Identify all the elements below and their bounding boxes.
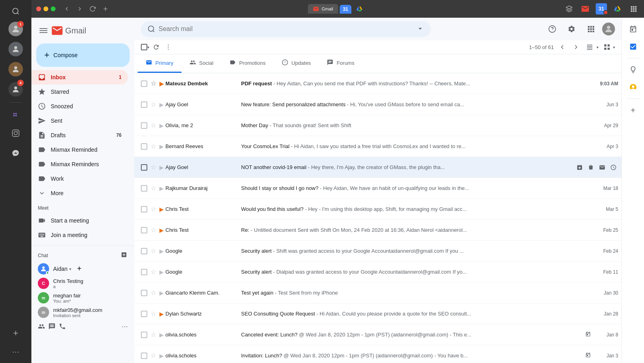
chat-people-button[interactable] xyxy=(38,323,45,331)
dock-more-dots[interactable]: ⋯ xyxy=(8,344,24,360)
list-view-button[interactable] xyxy=(584,42,595,52)
drive-icon-titlebar[interactable] xyxy=(612,3,623,14)
email-checkbox[interactable] xyxy=(141,290,147,296)
search-input[interactable] xyxy=(159,25,413,33)
drive-tab[interactable] xyxy=(353,4,366,14)
email-row[interactable]: ☆ ▶ Rajkumar Durairaj Should I stay or s… xyxy=(134,178,621,199)
email-row[interactable]: ☆ ▶ Ajay Goel New feature: Send personal… xyxy=(134,94,621,115)
email-row[interactable]: ☆ ▶ Chris Test Would you find this usefu… xyxy=(134,199,621,220)
star-icon[interactable]: ☆ xyxy=(151,289,156,297)
email-checkbox[interactable] xyxy=(141,311,147,317)
dock-avatar-3[interactable] xyxy=(8,62,23,76)
help-button[interactable] xyxy=(544,21,560,37)
view-dropdown-icon[interactable]: ▾ xyxy=(597,45,599,50)
layers-icon[interactable] xyxy=(564,3,575,14)
select-all-checkbox[interactable] xyxy=(141,44,147,50)
mark-unread-button[interactable] xyxy=(597,163,607,172)
email-checkbox[interactable] xyxy=(141,101,147,108)
star-icon[interactable]: ☆ xyxy=(151,80,156,87)
tab-social[interactable]: Social xyxy=(182,54,221,73)
nav-starred[interactable]: Starred xyxy=(31,85,128,99)
star-icon[interactable]: ☆ xyxy=(151,163,156,171)
gmail-icon-titlebar[interactable] xyxy=(580,3,591,14)
search-icon[interactable] xyxy=(147,25,155,33)
tab-forums[interactable]: Forums xyxy=(319,54,362,73)
star-icon[interactable]: ☆ xyxy=(151,184,156,192)
reload-button[interactable] xyxy=(88,4,97,14)
email-row[interactable]: ☆ ▶ Chris Test Re: - Untitled document S… xyxy=(134,220,621,241)
right-icon-tasks[interactable] xyxy=(625,39,641,55)
chat-phone-button[interactable] xyxy=(59,323,66,331)
back-button[interactable] xyxy=(62,4,72,14)
forward-button[interactable] xyxy=(75,4,85,14)
search-dropdown-icon[interactable] xyxy=(416,25,424,34)
density-view-button[interactable] xyxy=(602,42,612,52)
email-row[interactable]: ☆ ▶ Giancarlo Klemm Cam. Test yet again … xyxy=(134,283,621,303)
right-icon-keep[interactable] xyxy=(625,62,641,78)
star-icon[interactable]: ☆ xyxy=(151,331,156,338)
star-icon[interactable]: ☆ xyxy=(151,205,156,213)
tab-promotions[interactable]: Promotions xyxy=(221,54,274,73)
nav-sent[interactable]: Sent xyxy=(31,113,128,128)
nav-mixmax-reminders[interactable]: Mixmax Reminders xyxy=(31,157,128,171)
email-checkbox[interactable] xyxy=(141,206,147,212)
join-meeting-item[interactable]: Join a meeting xyxy=(31,228,128,242)
start-meeting-item[interactable]: Start a meeting xyxy=(31,213,128,228)
dock-slack[interactable] xyxy=(8,107,24,123)
hamburger-menu-button[interactable] xyxy=(38,25,49,36)
user-avatar[interactable] xyxy=(602,23,615,35)
page-prev-button[interactable] xyxy=(557,42,568,52)
add-right-panel-button[interactable]: + xyxy=(625,102,641,118)
new-chat-button[interactable] xyxy=(75,264,83,274)
star-icon[interactable]: ☆ xyxy=(151,142,156,150)
nav-snoozed[interactable]: Snoozed xyxy=(31,99,128,113)
add-chat-button[interactable] xyxy=(120,251,128,260)
email-checkbox[interactable] xyxy=(141,248,147,254)
email-row[interactable]: ☆ ▶ olivia.scholes Invitation: Lunch? @ … xyxy=(134,345,621,363)
chat-user-chris[interactable]: C Chris Testing a xyxy=(31,276,134,291)
dock-instagram[interactable] xyxy=(8,125,24,141)
email-checkbox[interactable] xyxy=(141,227,147,233)
nav-more[interactable]: More xyxy=(31,186,128,200)
snooze-button[interactable] xyxy=(609,163,618,172)
settings-button[interactable] xyxy=(564,21,580,37)
chat-bubble-button[interactable] xyxy=(48,323,56,331)
email-row[interactable]: ☆ ▶ Ajay Goel NOT another covid-19 email… xyxy=(134,157,621,178)
star-icon[interactable]: ☆ xyxy=(151,122,156,129)
minimize-button[interactable] xyxy=(43,6,48,11)
email-row[interactable]: ☆ ▶ Google Security alert - Dialpad was … xyxy=(134,262,621,283)
archive-button[interactable] xyxy=(575,163,584,172)
nav-drafts[interactable]: Drafts 76 xyxy=(31,128,128,142)
email-checkbox[interactable] xyxy=(141,269,147,275)
right-icon-contacts[interactable] xyxy=(625,79,641,95)
nav-work[interactable]: Work xyxy=(31,171,128,186)
star-icon[interactable]: ☆ xyxy=(151,247,156,255)
gmail-tab[interactable]: Gmail xyxy=(308,4,338,14)
close-button[interactable] xyxy=(36,6,41,11)
email-row[interactable]: ☆ ▶ Google Security alert - Shift was gr… xyxy=(134,241,621,262)
density-dropdown-icon[interactable]: ▾ xyxy=(613,45,615,50)
email-row[interactable]: ☆ ▶ Dylan Schwartz SEO Consulting Quote … xyxy=(134,303,621,324)
email-checkbox[interactable] xyxy=(141,143,147,150)
dock-search[interactable] xyxy=(8,3,24,19)
dock-avatar-2[interactable] xyxy=(8,42,23,56)
nav-inbox[interactable]: Inbox 1 xyxy=(31,70,128,85)
page-next-button[interactable] xyxy=(571,42,581,52)
star-icon[interactable]: ☆ xyxy=(151,268,156,276)
delete-button[interactable] xyxy=(586,163,596,172)
email-checkbox[interactable] xyxy=(141,185,147,192)
grid-apps-icon[interactable] xyxy=(628,3,639,14)
star-icon[interactable]: ☆ xyxy=(151,101,156,108)
email-row[interactable]: ☆ ▶ Bernard Reeves Your CosmoLex Trial -… xyxy=(134,136,621,157)
star-icon[interactable]: ☆ xyxy=(151,226,156,234)
chat-user-meghan[interactable]: m meghan fair You: am* xyxy=(31,291,134,305)
dock-add[interactable]: + xyxy=(8,325,24,341)
calendar-tab[interactable]: 31 xyxy=(340,5,351,14)
star-icon[interactable]: ☆ xyxy=(151,352,156,359)
email-checkbox[interactable] xyxy=(141,164,147,171)
apps-button[interactable] xyxy=(583,21,599,37)
calendar-icon-titlebar[interactable]: 31 xyxy=(596,3,607,14)
refresh-button[interactable] xyxy=(151,42,161,52)
aidan-chat-row[interactable]: Aidan ▾ xyxy=(31,262,134,276)
chat-more-dots[interactable]: ⋯ xyxy=(122,323,128,331)
